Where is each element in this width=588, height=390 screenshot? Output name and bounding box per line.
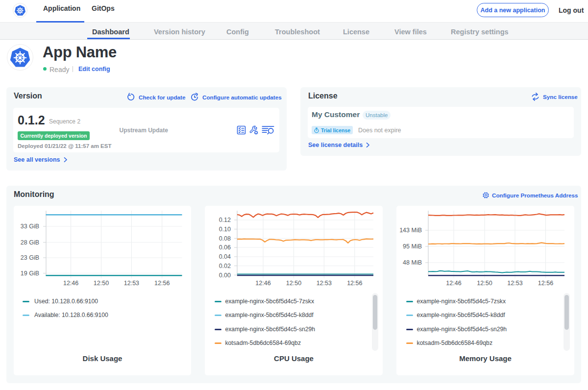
svg-text:12:56: 12:56 <box>154 280 170 287</box>
svg-text:0.08: 0.08 <box>219 235 231 242</box>
svg-text:19 GiB: 19 GiB <box>21 270 39 277</box>
svg-text:12:56: 12:56 <box>538 280 553 287</box>
svg-text:0.02: 0.02 <box>219 263 231 269</box>
svg-text:12:46: 12:46 <box>446 280 461 287</box>
svg-text:12:50: 12:50 <box>94 280 109 287</box>
svg-text:12:53: 12:53 <box>124 280 139 287</box>
svg-text:23 GiB: 23 GiB <box>21 254 39 261</box>
svg-text:143 MiB: 143 MiB <box>399 227 422 234</box>
svg-text:12:46: 12:46 <box>255 280 270 287</box>
svg-text:0.12: 0.12 <box>219 217 231 223</box>
svg-text:28 GiB: 28 GiB <box>21 239 39 246</box>
svg-text:12:53: 12:53 <box>317 280 332 287</box>
svg-text:12:50: 12:50 <box>477 280 492 287</box>
svg-text:0.06: 0.06 <box>219 244 231 251</box>
svg-text:0.00: 0.00 <box>219 272 231 279</box>
svg-text:48 MiB: 48 MiB <box>403 259 422 266</box>
svg-text:12:56: 12:56 <box>347 280 362 287</box>
svg-text:95 MiB: 95 MiB <box>403 243 422 250</box>
svg-text:12:53: 12:53 <box>507 280 522 287</box>
svg-text:12:46: 12:46 <box>63 280 78 287</box>
svg-text:33 GiB: 33 GiB <box>21 223 39 230</box>
svg-text:12:50: 12:50 <box>286 280 301 287</box>
svg-text:0.10: 0.10 <box>219 226 231 233</box>
svg-text:0.04: 0.04 <box>219 253 231 260</box>
